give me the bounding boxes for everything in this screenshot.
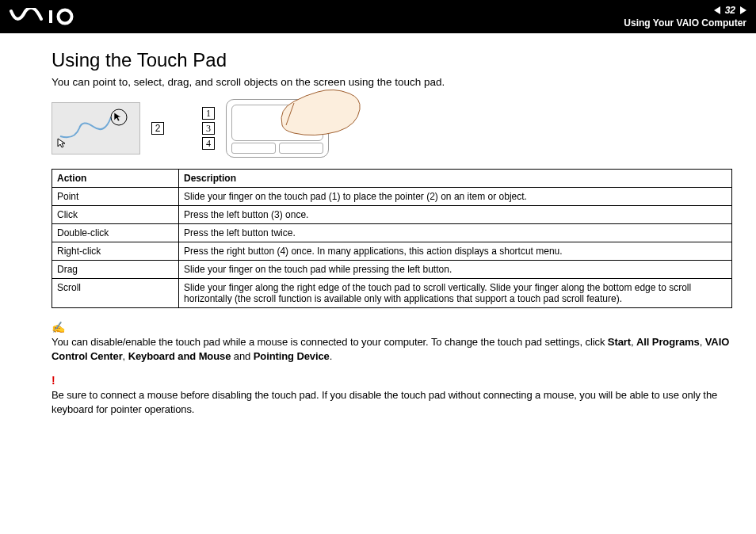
- page-header: 32 Using Your VAIO Computer: [0, 0, 756, 33]
- callout-2: 2: [151, 122, 164, 135]
- table-row: PointSlide your finger on the touch pad …: [52, 188, 732, 206]
- table-row: ScrollSlide your finger along the right …: [52, 279, 732, 308]
- warning-icon: !: [52, 374, 732, 387]
- page-content: Using the Touch Pad You can point to, se…: [0, 33, 756, 443]
- table-row: Double-clickPress the left button twice.: [52, 224, 732, 242]
- callout-3: 3: [202, 122, 215, 135]
- actions-table: Action Description PointSlide your finge…: [52, 169, 732, 308]
- svg-rect-0: [49, 10, 52, 23]
- callout-4: 4: [202, 137, 215, 150]
- pager: 32: [714, 5, 746, 16]
- table-row: Right-clickPress the right button (4) on…: [52, 242, 732, 261]
- svg-point-1: [59, 10, 72, 24]
- touchpad-illustration: [226, 99, 329, 158]
- callout-1: 1: [202, 107, 215, 120]
- note-icon: ✍: [52, 321, 732, 334]
- screen-illustration: [52, 102, 140, 154]
- page-number: 32: [725, 5, 735, 16]
- callout-column: 1 3 4: [202, 107, 215, 150]
- vaio-logo: [10, 8, 97, 25]
- figure-row: 2 1 3 4: [52, 99, 732, 158]
- prev-page-arrow[interactable]: [714, 6, 720, 14]
- col-description: Description: [179, 170, 732, 188]
- section-title: Using Your VAIO Computer: [624, 17, 746, 29]
- table-row: ClickPress the left button (3) once.: [52, 206, 732, 224]
- page-title: Using the Touch Pad: [52, 49, 732, 71]
- hand-icon: [274, 86, 369, 149]
- cursor-target-icon: [109, 108, 128, 127]
- warning-text: Be sure to connect a mouse before disabl…: [52, 388, 732, 416]
- tip-text: You can disable/enable the touch pad whi…: [52, 335, 732, 363]
- col-action: Action: [52, 170, 179, 188]
- cursor-small-icon: [57, 138, 68, 149]
- intro-text: You can point to, select, drag, and scro…: [52, 76, 732, 88]
- next-page-arrow[interactable]: [740, 6, 746, 14]
- table-row: DragSlide your finger on the touch pad w…: [52, 261, 732, 279]
